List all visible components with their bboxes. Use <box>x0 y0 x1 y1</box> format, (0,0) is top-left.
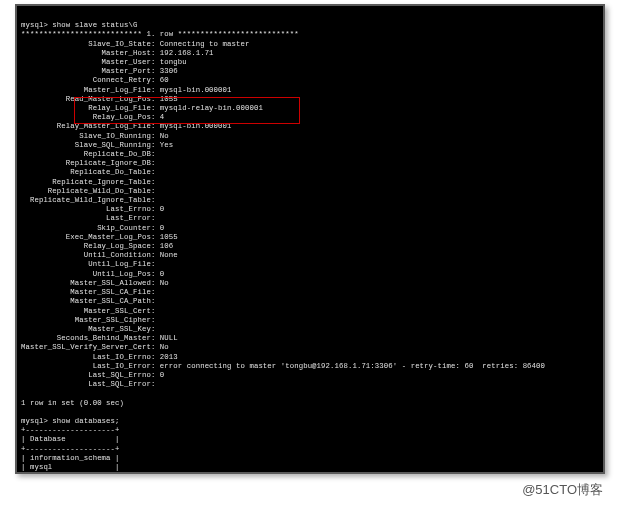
mysql-prompt-2: mysql> show databases; <box>21 417 120 425</box>
table-border-top: +--------------------+ <box>21 426 120 434</box>
result-footer-1: 1 row in set (0.00 sec) <box>21 399 124 407</box>
table-border-mid: +--------------------+ <box>21 445 120 453</box>
slave-status-rows: Slave_IO_State: Connecting to master Mas… <box>21 40 545 389</box>
row-sep: *************************** 1. row *****… <box>21 30 299 38</box>
terminal-window: mysql> show slave status\G *************… <box>15 4 605 474</box>
database-rows: | information_schema | | mysql | <box>21 454 120 471</box>
watermark: @51CTO博客 <box>522 481 603 499</box>
terminal-output[interactable]: mysql> show slave status\G *************… <box>17 6 603 474</box>
table-header: | Database | <box>21 435 120 443</box>
table-border-bot: +--------------------+ <box>21 472 120 474</box>
mysql-prompt-1: mysql> show slave status\G <box>21 21 137 29</box>
